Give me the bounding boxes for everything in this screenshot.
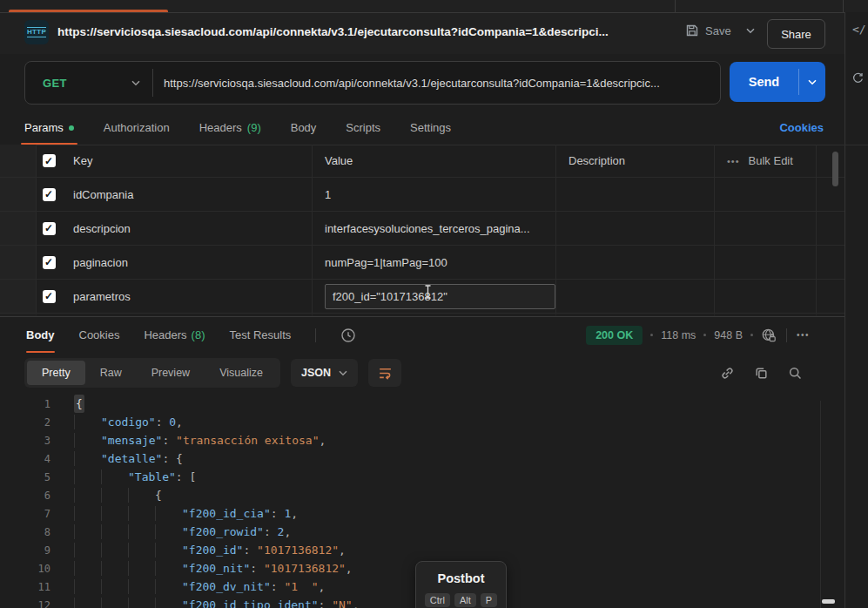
text-cursor-icon xyxy=(424,285,432,299)
param-row: descripcion interfacesysoluciones_tercer… xyxy=(0,212,844,246)
view-raw[interactable]: Raw xyxy=(85,361,137,385)
tab-scripts[interactable]: Scripts xyxy=(346,111,380,145)
param-key-cell[interactable]: descripcion xyxy=(61,212,312,245)
network-globe-lock-icon[interactable] xyxy=(761,328,777,343)
param-description-cell[interactable] xyxy=(555,212,714,245)
more-actions-icon[interactable] xyxy=(727,156,740,166)
line-number: 8 xyxy=(0,526,65,538)
row-checkbox[interactable] xyxy=(43,290,56,303)
active-tab-underline xyxy=(9,10,168,12)
postbot-tooltip[interactable]: Postbot Ctrl Alt P xyxy=(415,561,507,608)
copy-icon[interactable] xyxy=(754,366,769,381)
row-checkbox[interactable] xyxy=(43,256,56,269)
param-description-cell[interactable] xyxy=(555,178,714,211)
view-preview[interactable]: Preview xyxy=(137,361,205,385)
code-line: 5"Table": [ xyxy=(0,468,844,486)
select-all-checkbox[interactable] xyxy=(43,154,56,167)
param-description-cell[interactable] xyxy=(555,246,714,279)
indent-guide xyxy=(74,470,101,484)
tab-params[interactable]: Params xyxy=(24,111,74,145)
indent-guide xyxy=(74,561,101,576)
response-history-icon[interactable] xyxy=(340,328,356,343)
dot-separator xyxy=(650,334,653,336)
indent-guide xyxy=(155,506,182,521)
code-line: 6{ xyxy=(0,486,844,504)
indent-guide xyxy=(155,561,182,576)
param-value-cell[interactable]: numPag=1|tamPag=100 xyxy=(312,246,555,279)
text-wrap-icon xyxy=(378,366,393,381)
url-input[interactable]: https://serviciosqa.siesacloud.com/api/c… xyxy=(153,62,720,104)
method-select[interactable]: GET xyxy=(25,62,152,104)
param-value-cell[interactable]: 1 xyxy=(312,178,555,211)
param-key-cell[interactable]: paginacion xyxy=(61,246,312,279)
code-line: 7"f200_id_cia": 1, xyxy=(0,504,844,523)
indent-guide xyxy=(128,543,155,557)
postbot-shortcut: Ctrl Alt P xyxy=(416,593,506,607)
indent-guide xyxy=(74,451,101,466)
indent-guide xyxy=(101,506,128,521)
row-checkbox[interactable] xyxy=(43,188,56,201)
postman-app-window: HTTP https://serviciosqa.siesacloud.com/… xyxy=(0,0,868,608)
line-number: 11 xyxy=(0,581,65,593)
scrollbar-thumb[interactable] xyxy=(822,599,835,604)
more-options-icon[interactable] xyxy=(797,330,810,340)
send-options-chevron-icon[interactable] xyxy=(799,62,825,102)
param-value-cell[interactable]: interfacesysoluciones_terceros_pagina... xyxy=(312,212,555,245)
row-checkbox[interactable] xyxy=(43,222,56,235)
response-tab-body[interactable]: Body xyxy=(26,317,55,353)
param-key-cell[interactable]: idCompania xyxy=(61,178,312,211)
response-tab-test-results[interactable]: Test Results xyxy=(230,317,292,353)
scrollbar-track xyxy=(820,401,821,608)
indent-guide xyxy=(155,543,182,557)
code-line: 9"f200_id": "1017136812", xyxy=(0,541,844,559)
format-select[interactable]: JSON xyxy=(291,359,358,387)
view-visualize[interactable]: Visualize xyxy=(205,361,278,385)
send-button[interactable]: Send xyxy=(730,62,825,102)
indent-guide xyxy=(74,488,101,503)
param-description-cell[interactable] xyxy=(555,280,714,313)
save-button[interactable]: Save xyxy=(685,24,755,37)
param-value-input-focused[interactable]: f200_id="1017136812" xyxy=(325,284,555,309)
save-dropdown-chevron-icon[interactable] xyxy=(746,28,755,34)
indent-guide xyxy=(155,524,182,539)
row-gutter xyxy=(0,280,37,313)
status-badge[interactable]: 200 OK xyxy=(586,326,643,345)
params-actions: Bulk Edit xyxy=(714,145,817,177)
wrap-lines-button[interactable] xyxy=(368,359,401,387)
tab-separator xyxy=(675,0,676,12)
tab-headers[interactable]: Headers (9) xyxy=(199,111,261,145)
params-scrollbar-thumb[interactable] xyxy=(832,152,838,186)
request-tabs: Params Authorization Headers (9) Body Sc… xyxy=(0,111,868,145)
divider xyxy=(315,328,316,342)
response-action-icons xyxy=(720,366,803,381)
dot-separator xyxy=(703,334,706,336)
line-number: 9 xyxy=(0,544,65,557)
view-pretty[interactable]: Pretty xyxy=(27,361,85,385)
indent-guide xyxy=(74,543,101,557)
bulk-edit-button[interactable]: Bulk Edit xyxy=(749,154,793,167)
key-ctrl: Ctrl xyxy=(425,593,450,607)
row-gutter xyxy=(0,145,37,177)
tab-settings[interactable]: Settings xyxy=(410,111,451,145)
indent-guide xyxy=(155,598,182,608)
cookies-link[interactable]: Cookies xyxy=(779,121,824,134)
response-view-toolbar: Pretty Raw Preview Visualize JSON xyxy=(0,353,844,393)
http-request-icon: HTTP xyxy=(24,20,49,44)
tab-body[interactable]: Body xyxy=(291,111,317,145)
link-icon[interactable] xyxy=(720,366,735,381)
param-key-cell[interactable]: parametros xyxy=(61,280,312,313)
code-line: 3"mensaje": "transacción exitosa", xyxy=(0,431,844,449)
indent-guide xyxy=(74,433,101,448)
divider xyxy=(786,328,787,342)
indent-guide xyxy=(101,524,128,539)
refresh-icon[interactable] xyxy=(851,71,865,84)
tab-authorization[interactable]: Authorization xyxy=(104,111,170,145)
code-snippet-icon[interactable]: </ xyxy=(852,23,866,36)
indent-guide xyxy=(128,506,155,521)
share-button[interactable]: Share xyxy=(767,19,825,49)
code-line: 8"f200_rowid": 2, xyxy=(0,523,844,541)
search-icon[interactable] xyxy=(788,366,803,381)
response-tab-headers[interactable]: Headers (8) xyxy=(144,317,205,353)
response-tab-cookies[interactable]: Cookies xyxy=(79,317,120,353)
code-line: 2"codigo": 0, xyxy=(0,413,844,431)
